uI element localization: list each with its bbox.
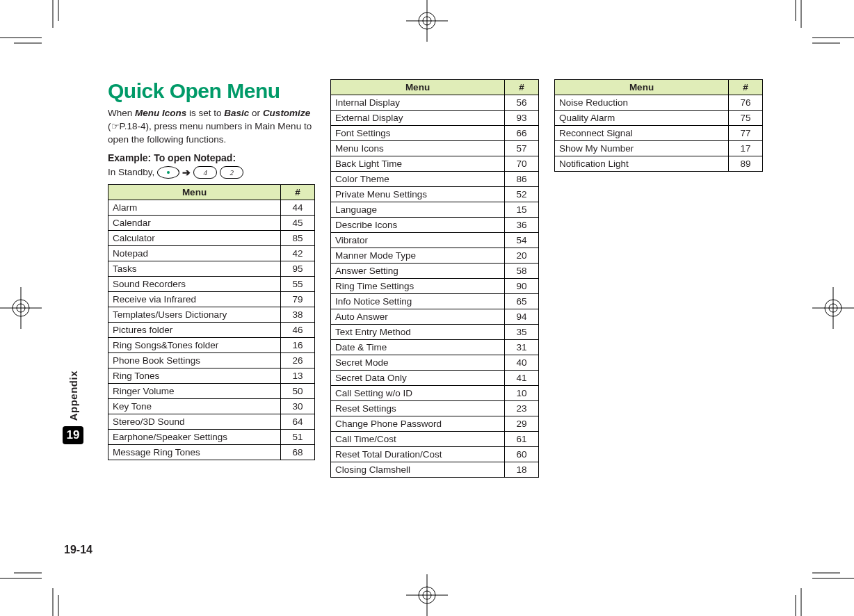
menu-cell: Secret Data Only [331,371,505,386]
menu-cell: Language [331,202,505,218]
page-title: Quick Open Menu [108,79,315,103]
table-row: Ringer Volume50 [108,383,315,398]
registration-mark-left [0,287,42,329]
num-cell: 75 [729,111,763,126]
th-num: # [729,80,763,95]
num-cell: 85 [281,230,315,245]
column-2: Menu # Internal Display56External Displa… [330,79,539,478]
num-cell: 50 [281,383,315,398]
table-row: Ring Tones13 [108,368,315,383]
menu-cell: Describe Icons [331,218,505,233]
menu-cell: Stereo/3D Sound [108,414,281,429]
num-cell: 35 [505,325,539,340]
num-cell: 38 [281,307,315,322]
table-row: Reconnect Signal77 [555,126,763,141]
page: Appendix 19 19-14 Quick Open Menu When M… [0,0,854,616]
table-row: Call Setting w/o ID10 [331,386,539,401]
table-row: Key Tone30 [108,398,315,414]
menu-cell: Menu Icons [331,141,505,156]
num-cell: 46 [281,322,315,337]
table-row: Templates/Users Dictionary38 [108,307,315,322]
table-row: Change Phone Password29 [331,416,539,432]
key-4: 4 [193,166,217,179]
table-row: Message Ring Tones68 [108,444,315,460]
num-cell: 45 [281,215,315,230]
num-cell: 77 [729,126,763,141]
table-row: Menu Icons57 [331,141,539,156]
table-row: Notification Light89 [555,156,763,172]
num-cell: 51 [281,429,315,444]
menu-cell: Auto Answer [331,309,505,325]
table-row: Calendar45 [108,215,315,230]
table-row: Show My Number17 [555,141,763,156]
table-row: Pictures folder46 [108,322,315,337]
table-row: Ring Songs&Tones folder16 [108,337,315,352]
table-row: Font Settings66 [331,126,539,141]
th-num: # [505,80,539,95]
menu-cell: Internal Display [331,95,505,111]
num-cell: 68 [281,444,315,460]
menu-cell: Receive via Infrared [108,291,281,307]
table-row: Internal Display56 [331,95,539,111]
menu-cell: Text Entry Method [331,325,505,340]
table-row: Stereo/3D Sound64 [108,414,315,429]
num-cell: 18 [505,462,539,478]
menu-cell: Color Theme [331,172,505,187]
num-cell: 95 [281,261,315,276]
menu-cell: Change Phone Password [331,416,505,432]
table-row: Secret Data Only41 [331,371,539,386]
hand-icon: ☞ [111,121,120,131]
num-cell: 15 [505,202,539,218]
menu-cell: Calendar [108,215,281,230]
registration-mark-top [406,0,448,42]
table-row: Notepad42 [108,245,315,261]
appendix-label: Appendix [67,371,79,421]
th-menu: Menu [331,80,505,95]
menu-cell: Sound Recorders [108,276,281,291]
registration-mark-right [812,287,854,329]
chapter-badge: 19 [63,426,83,444]
table-row: Vibrator54 [331,233,539,248]
page-ref: P.18-4 [120,121,146,131]
num-cell: 89 [729,156,763,172]
menu-cell: Info Notice Setting [331,294,505,309]
menu-cell: Noise Reduction [555,95,729,111]
num-cell: 86 [505,172,539,187]
num-cell: 52 [505,187,539,202]
table-row: External Display93 [331,111,539,126]
menu-cell: Notepad [108,245,281,261]
menu-cell: Reset Settings [331,401,505,416]
num-cell: 76 [729,95,763,111]
menu-cell: Pictures folder [108,322,281,337]
num-cell: 44 [281,200,315,215]
menu-cell: Back Light Time [331,156,505,172]
th-num: # [281,184,315,200]
table-row: Text Entry Method35 [331,325,539,340]
table-row: Color Theme86 [331,172,539,187]
table-row: Closing Clamshell18 [331,462,539,478]
table-row: Tasks95 [108,261,315,276]
page-number: 19-14 [64,544,92,556]
table-row: Phone Book Settings26 [108,352,315,368]
intro-text: When Menu Icons is set to Basic or Custo… [108,107,315,147]
menu-cell: Private Menu Settings [331,187,505,202]
column-1: Quick Open Menu When Menu Icons is set t… [108,79,315,460]
table-row: Noise Reduction76 [555,95,763,111]
menu-cell: Call Time/Cost [331,432,505,447]
table-row: Back Light Time70 [331,156,539,172]
table-row: Call Time/Cost61 [331,432,539,447]
menu-cell: Vibrator [331,233,505,248]
num-cell: 64 [281,414,315,429]
num-cell: 57 [505,141,539,156]
num-cell: 26 [281,352,315,368]
num-cell: 42 [281,245,315,261]
table-row: Private Menu Settings52 [331,187,539,202]
menu-cell: Closing Clamshell [331,462,505,478]
th-menu: Menu [108,184,281,200]
num-cell: 23 [505,401,539,416]
arrow-icon: ➔ [182,167,191,178]
table-row: Receive via Infrared79 [108,291,315,307]
intro-or: or [249,108,263,118]
menu-cell: Reset Total Duration/Cost [331,447,505,462]
table-row: Info Notice Setting65 [331,294,539,309]
